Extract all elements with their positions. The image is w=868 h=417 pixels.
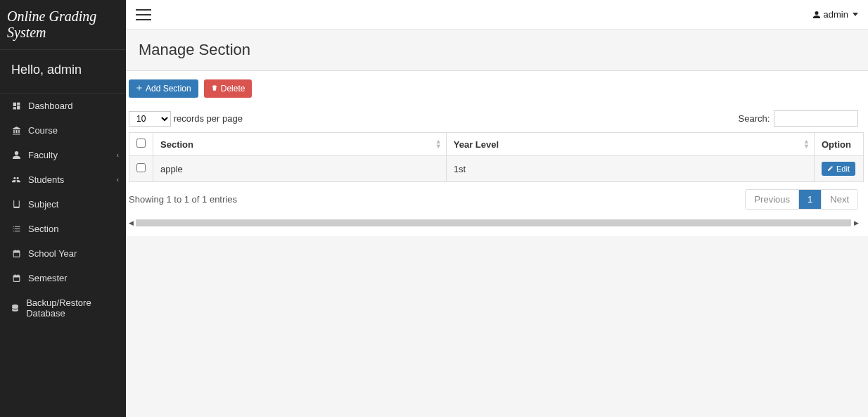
sidebar-item-subject[interactable]: Subject	[0, 192, 126, 217]
main-area: admin Manage Section Add Section	[126, 0, 868, 417]
menu-toggle-button[interactable]	[136, 9, 151, 20]
pagination-next[interactable]: Next	[821, 190, 857, 209]
search-input[interactable]	[774, 110, 858, 127]
col-section[interactable]: Section ▲▼	[153, 133, 447, 156]
button-label: Add Section	[146, 84, 191, 94]
user-icon	[10, 150, 23, 160]
table-info: Showing 1 to 1 of 1 entries	[129, 194, 237, 205]
sidebar-item-label: Subject	[28, 199, 58, 210]
database-icon	[10, 304, 20, 313]
edit-button[interactable]: Edit	[822, 162, 855, 176]
table-header-row: Section ▲▼ Year Level ▲▼ Option	[129, 133, 864, 156]
sidebar-item-faculty[interactable]: Faculty ‹	[0, 143, 126, 167]
sort-icon: ▲▼	[435, 139, 442, 149]
user-icon	[812, 11, 821, 19]
button-label: Delete	[221, 84, 245, 94]
col-year-level[interactable]: Year Level ▲▼	[446, 133, 814, 156]
cell-option: Edit	[815, 156, 864, 182]
plus-icon	[136, 84, 143, 94]
dashboard-icon	[10, 101, 23, 110]
institution-icon	[10, 126, 23, 135]
sidebar-item-label: Dashboard	[28, 101, 73, 111]
pagination-page-1[interactable]: 1	[798, 190, 821, 209]
search-box: Search:	[739, 110, 858, 127]
sidebar-item-section[interactable]: Section	[0, 217, 126, 241]
user-menu[interactable]: admin	[812, 9, 858, 20]
cell-section: apple	[153, 156, 447, 182]
svg-point-0	[12, 304, 18, 307]
book-icon	[10, 200, 23, 209]
records-per-page: 10 records per page	[129, 111, 243, 127]
sidebar-item-label: Semester	[28, 273, 68, 283]
edit-icon	[827, 165, 834, 173]
content-inner: Add Section Delete 10 records pe	[126, 71, 868, 236]
user-label: admin	[824, 9, 848, 20]
pagination-prev[interactable]: Previous	[746, 190, 798, 209]
content-area: Manage Section Add Section Delete	[126, 30, 868, 417]
sidebar-item-label: Backup/Restore Database	[26, 297, 116, 319]
sidebar-item-dashboard[interactable]: Dashboard	[0, 94, 126, 118]
chevron-left-icon: ‹	[117, 151, 119, 159]
search-label: Search:	[739, 113, 770, 124]
select-all-checkbox[interactable]	[136, 139, 146, 148]
row-checkbox[interactable]	[136, 163, 146, 172]
sidebar-item-students[interactable]: Students ‹	[0, 167, 126, 192]
sidebar-item-label: Section	[28, 224, 58, 234]
action-button-row: Add Section Delete	[126, 79, 861, 110]
sidebar-item-label: School Year	[28, 248, 77, 259]
cell-year-level: 1st	[446, 156, 814, 182]
select-all-header	[129, 133, 153, 156]
sidebar: Online Grading System Hello, admin Dashb…	[0, 0, 126, 417]
scroll-left-icon: ◀	[126, 219, 136, 226]
topbar: admin	[126, 0, 868, 30]
sidebar-item-course[interactable]: Course	[0, 118, 126, 143]
button-label: Edit	[836, 165, 850, 173]
table-controls: 10 records per page Search:	[126, 110, 861, 132]
caret-down-icon	[853, 13, 858, 16]
col-option: Option	[815, 133, 864, 156]
users-icon	[10, 175, 23, 184]
calendar-icon	[10, 249, 23, 258]
greeting: Hello, admin	[0, 50, 126, 94]
sidebar-item-label: Course	[28, 125, 58, 136]
scroll-right-icon: ▶	[851, 219, 861, 226]
sections-table: Section ▲▼ Year Level ▲▼ Option	[129, 132, 864, 182]
sort-icon: ▲▼	[803, 139, 810, 149]
horizontal-scrollbar[interactable]: ◀ ▶	[126, 218, 861, 228]
sidebar-item-label: Faculty	[28, 150, 58, 160]
table-row: apple 1st Edit	[129, 156, 864, 182]
list-icon	[10, 224, 23, 233]
sidebar-item-semester[interactable]: Semester	[0, 266, 126, 290]
calendar-icon	[10, 274, 23, 283]
length-select[interactable]: 10	[129, 111, 171, 127]
table-footer: Showing 1 to 1 of 1 entries Previous 1 N…	[126, 182, 861, 217]
add-section-button[interactable]: Add Section	[129, 79, 198, 98]
length-suffix: records per page	[174, 113, 243, 124]
chevron-left-icon: ‹	[117, 176, 119, 184]
pagination: Previous 1 Next	[745, 189, 858, 210]
trash-icon	[211, 84, 218, 94]
scroll-track	[136, 219, 851, 226]
row-select-cell	[129, 156, 153, 182]
sidebar-nav: Dashboard Course Faculty ‹ Students	[0, 94, 126, 326]
sidebar-item-label: Students	[28, 174, 64, 185]
app-brand: Online Grading System	[0, 0, 126, 50]
page-title: Manage Section	[126, 30, 868, 71]
delete-button[interactable]: Delete	[204, 79, 253, 98]
sidebar-item-school-year[interactable]: School Year	[0, 241, 126, 266]
sidebar-item-backup[interactable]: Backup/Restore Database	[0, 290, 126, 326]
